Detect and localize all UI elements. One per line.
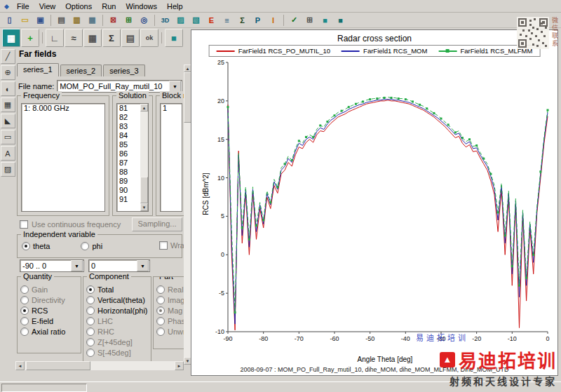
tab-series-2[interactable]: series_2 xyxy=(60,65,102,76)
panel-horizontal-scrollbar[interactable]: ◄ ► xyxy=(15,361,184,370)
radio-phase[interactable]: Phase xyxy=(154,316,184,326)
phi-value-combo[interactable]: 0 ▼ xyxy=(88,259,150,272)
radio-total[interactable]: Total xyxy=(83,284,151,295)
list-item[interactable]: 82 xyxy=(117,113,140,122)
polar-graph-icon[interactable]: ⊕ xyxy=(1,65,15,80)
far-field-icon[interactable]: ≡ xyxy=(219,13,234,27)
radio-directivity[interactable]: Directivity xyxy=(18,295,81,305)
save-icon[interactable]: ▣ xyxy=(33,13,48,27)
chevron-down-icon[interactable]: ▼ xyxy=(71,260,83,271)
open-icon[interactable]: ▭ xyxy=(18,13,32,27)
paste-icon[interactable]: ▦ xyxy=(85,13,100,27)
radio-horizontal-phi[interactable]: Horizontal(phi) xyxy=(83,305,151,316)
scrollbar-thumb[interactable] xyxy=(140,177,148,203)
new-file-icon[interactable]: ▯ xyxy=(2,13,17,27)
view-3d-icon[interactable]: ■ xyxy=(165,29,183,47)
e-field-icon[interactable]: E xyxy=(204,13,219,27)
radio-vertical-theta[interactable]: Vertical(theta) xyxy=(83,295,151,305)
list-item[interactable]: 85 xyxy=(117,140,140,149)
trace-list-icon[interactable]: ≈ xyxy=(65,29,83,47)
data-table-icon[interactable]: ▦ xyxy=(83,29,102,47)
menu-run[interactable]: Run xyxy=(97,1,121,11)
add-series-icon[interactable]: + xyxy=(21,29,39,47)
export-icon[interactable]: ▤ xyxy=(121,29,140,47)
menu-file[interactable]: File xyxy=(12,1,34,11)
list-item[interactable]: 86 xyxy=(117,149,140,158)
chevron-down-icon[interactable]: ▼ xyxy=(169,81,181,92)
scroll-left-icon[interactable]: ◄ xyxy=(15,361,25,370)
menu-options[interactable]: Options xyxy=(60,1,97,11)
scroll-down-icon[interactable]: ▼ xyxy=(140,203,148,211)
scroll-right-icon[interactable]: ► xyxy=(175,361,184,370)
list-item[interactable]: 1: 8.000 GHz xyxy=(22,104,104,113)
list-item[interactable]: 91 xyxy=(117,195,140,204)
sum-icon[interactable]: Σ xyxy=(235,13,250,27)
tab-series-1[interactable]: series_1 xyxy=(17,63,59,76)
surface-plot-icon[interactable]: ▨ xyxy=(173,13,188,27)
image-icon[interactable]: ▨ xyxy=(1,162,15,177)
print-icon[interactable]: ▤ xyxy=(54,13,69,27)
mesh-plot-icon[interactable]: ▧ xyxy=(189,13,203,27)
apply-icon[interactable]: ✓ xyxy=(287,13,302,27)
radio-gain[interactable]: Gain xyxy=(18,284,81,295)
wrap-checkbox[interactable] xyxy=(159,241,168,250)
radio-mag[interactable]: Mag xyxy=(154,305,184,316)
radio-rhc[interactable]: RHC xyxy=(83,326,151,337)
radio-real[interactable]: Real xyxy=(154,284,184,295)
list-item[interactable]: 81 xyxy=(117,104,140,113)
theta-range-combo[interactable]: -90 .. 0 ▼ xyxy=(20,259,84,272)
3d-graph-icon[interactable]: ◣ xyxy=(1,114,15,128)
list-item[interactable]: 87 xyxy=(117,158,140,168)
solution-list[interactable]: 81 82 83 84 85 86 87 88 89 90 91 ▲ xyxy=(116,103,149,212)
series-marker xyxy=(482,158,485,160)
report-icon[interactable]: ▭ xyxy=(1,130,15,144)
chevron-down-icon[interactable]: ▼ xyxy=(137,260,149,271)
cube-view-icon[interactable]: ■ xyxy=(318,13,332,27)
radio-axial-ratio[interactable]: Axial ratio xyxy=(18,326,81,337)
wrap-checkbox-row[interactable]: Wrap xyxy=(159,241,184,250)
ok-stamp-icon[interactable]: ok xyxy=(140,29,158,47)
3d-view-icon[interactable]: 3D xyxy=(158,13,173,27)
list-item[interactable]: 84 xyxy=(117,131,140,140)
tab-series-3[interactable]: series_3 xyxy=(103,65,145,76)
list-item[interactable]: 83 xyxy=(117,122,140,131)
copy-icon[interactable]: ▥ xyxy=(69,13,84,27)
power-icon[interactable]: P xyxy=(250,13,265,27)
continuous-frequency-checkbox[interactable] xyxy=(20,220,28,229)
radio-z-plus-45[interactable]: Z[+45deg] xyxy=(83,337,151,347)
add-graph-icon[interactable]: ⊞ xyxy=(121,13,136,27)
smith-chart-icon[interactable]: ◐ xyxy=(1,81,15,96)
radio-lhc[interactable]: LHC xyxy=(83,316,151,326)
scroll-up-icon[interactable]: ▲ xyxy=(140,104,148,111)
menu-view[interactable]: View xyxy=(34,1,61,11)
radio-s-minus-45[interactable]: S[-45deg] xyxy=(83,347,151,358)
grid-icon[interactable]: ⊞ xyxy=(302,13,317,27)
settings-icon[interactable]: ◎ xyxy=(137,13,151,27)
radio-phi[interactable]: phi xyxy=(78,241,102,251)
menu-windows[interactable]: Windows xyxy=(121,1,162,11)
sum-traces-icon[interactable]: Σ xyxy=(102,29,121,47)
list-item[interactable]: 88 xyxy=(117,168,140,177)
surface-graph-icon[interactable]: ▦ xyxy=(1,97,15,112)
current-icon[interactable]: I xyxy=(266,13,280,27)
frequency-list[interactable]: 1: 8.000 GHz xyxy=(21,103,105,212)
text-box-icon[interactable]: A xyxy=(1,146,15,161)
radio-e-field[interactable]: E-field xyxy=(18,316,81,326)
radio-unwrap[interactable]: Unwrap... xyxy=(154,326,184,337)
radio-imag[interactable]: Imag xyxy=(154,295,184,305)
list-item[interactable]: 1 xyxy=(161,104,182,113)
block-list[interactable]: 1 xyxy=(160,103,182,212)
radio-rcs[interactable]: RCS xyxy=(18,305,81,316)
menu-help[interactable]: Help xyxy=(162,1,188,11)
cartesian-graph-icon[interactable]: ╱ xyxy=(1,49,15,64)
scrollbar-thumb[interactable] xyxy=(26,361,90,370)
panel-view-icon[interactable]: ■ xyxy=(333,13,348,27)
solution-scrollbar[interactable]: ▲ ▼ xyxy=(140,104,148,211)
list-item[interactable]: 90 xyxy=(117,186,140,195)
axes-icon[interactable]: ∟ xyxy=(46,29,64,47)
sampling-button[interactable]: Sampling... xyxy=(132,217,182,231)
list-item[interactable]: 89 xyxy=(117,177,140,186)
radio-theta[interactable]: theta xyxy=(19,241,50,251)
run-button[interactable]: ▦ xyxy=(2,29,20,47)
delete-icon[interactable]: ⊠ xyxy=(106,13,121,27)
